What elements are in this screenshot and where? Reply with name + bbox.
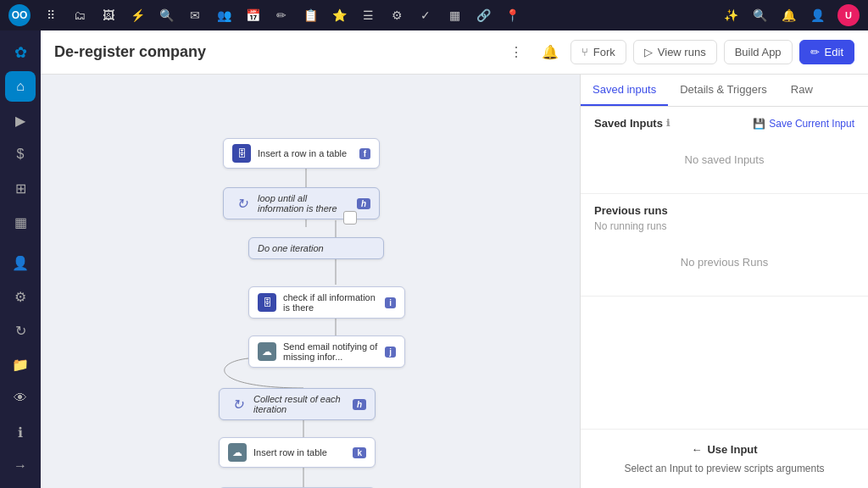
nav-pencil[interactable]: ✏ bbox=[273, 7, 290, 24]
nav-map[interactable]: 📍 bbox=[504, 7, 520, 24]
nav-lightning[interactable]: ⚡ bbox=[129, 7, 146, 24]
use-input-description: Select an Input to preview scripts argum… bbox=[594, 463, 854, 474]
node-j[interactable]: ☁ Send email notifying of missing infor.… bbox=[248, 336, 405, 368]
save-icon: 💾 bbox=[753, 118, 765, 130]
node-i-badge: i bbox=[385, 297, 396, 308]
node-k-label: Insert row in table bbox=[253, 447, 327, 458]
notification-btn[interactable]: 🔔 bbox=[537, 39, 564, 66]
saved-inputs-empty: No saved Inputs bbox=[594, 136, 854, 183]
node-i[interactable]: 🗄 check if all information is there i bbox=[248, 286, 405, 319]
node-f[interactable]: 🗄 Insert a row in a table f bbox=[223, 138, 380, 169]
node-iter[interactable]: Do one iteration bbox=[248, 237, 384, 259]
sidebar-item-arrow[interactable]: → bbox=[5, 451, 36, 481]
nav-image[interactable]: 🖼 bbox=[100, 7, 117, 24]
node-k-icon: ☁ bbox=[228, 443, 247, 462]
page-title: De-register company bbox=[54, 43, 492, 61]
node-h2-icon: ↻ bbox=[228, 395, 247, 413]
nav-star[interactable]: ⭐ bbox=[331, 7, 348, 24]
node-h2-badge: h bbox=[353, 399, 366, 410]
info-icon: ℹ bbox=[666, 118, 670, 129]
nav-list[interactable]: ☰ bbox=[359, 7, 376, 24]
nav-users[interactable]: 👥 bbox=[215, 7, 232, 24]
view-runs-button[interactable]: ▷ View runs bbox=[633, 40, 717, 64]
nav-check[interactable]: ✓ bbox=[417, 7, 434, 24]
previous-runs-section: Previous runs No running runs No previou… bbox=[581, 194, 868, 297]
nav-mail[interactable]: ✉ bbox=[186, 7, 203, 24]
nav-grid[interactable]: ⠿ bbox=[42, 7, 59, 24]
no-previous-runs: No previous Runs bbox=[594, 239, 854, 286]
nav-person[interactable]: 👤 bbox=[809, 7, 826, 24]
node-f-badge: f bbox=[359, 148, 370, 159]
use-input-header: ← Use Input bbox=[594, 443, 854, 456]
node-k-badge: k bbox=[353, 447, 366, 458]
right-panel: Saved inputs Details & Triggers Raw Save… bbox=[580, 75, 868, 488]
canvas-connectors bbox=[41, 75, 580, 488]
sidebar-item-calendar[interactable]: ▦ bbox=[5, 207, 36, 237]
tab-saved-inputs[interactable]: Saved inputs bbox=[581, 75, 668, 106]
nav-calendar[interactable]: 📅 bbox=[244, 7, 261, 24]
sidebar-item-play[interactable]: ▶ bbox=[5, 105, 36, 136]
use-input-arrow-icon: ← bbox=[691, 443, 702, 456]
node-h-icon: ↻ bbox=[232, 194, 251, 213]
node-k[interactable]: ☁ Insert row in table k bbox=[219, 437, 376, 468]
main-layout: ✿ ⌂ ▶ $ ⊞ ▦ 👤 ⚙ ↻ 📁 👁 ℹ → De-register co… bbox=[0, 30, 868, 488]
nav-sparkle[interactable]: ✨ bbox=[722, 7, 739, 24]
node-i-icon: 🗄 bbox=[258, 293, 276, 312]
runs-icon: ▷ bbox=[644, 46, 653, 58]
node-h2[interactable]: ↻ Collect result of each iteration h bbox=[219, 388, 376, 420]
sidebar-item-home[interactable]: ⌂ bbox=[5, 71, 36, 102]
sidebar-icon-top[interactable]: ✿ bbox=[5, 37, 36, 68]
saved-inputs-title: Saved Inputs ℹ bbox=[594, 117, 670, 130]
sidebar-item-eye[interactable]: 👁 bbox=[5, 383, 36, 413]
nav-bell[interactable]: 🔔 bbox=[780, 7, 797, 24]
previous-runs-title: Previous runs bbox=[594, 204, 854, 217]
user-avatar[interactable]: U bbox=[837, 4, 860, 26]
content-area: De-register company ⋮ 🔔 ⑂ Fork ▷ View ru… bbox=[41, 30, 868, 488]
nav-settings[interactable]: ⚙ bbox=[388, 7, 405, 24]
workflow-layout: 🗄 Insert a row in a table f ↻ loop until… bbox=[41, 75, 868, 488]
checkbox-node bbox=[343, 211, 357, 225]
save-current-input-btn[interactable]: 💾 Save Current Input bbox=[753, 118, 854, 130]
right-panel-tabs: Saved inputs Details & Triggers Raw bbox=[581, 75, 868, 107]
sidebar-item-settings[interactable]: ⚙ bbox=[5, 281, 36, 312]
tab-details-triggers[interactable]: Details & Triggers bbox=[668, 75, 779, 106]
sidebar-item-refresh[interactable]: ↻ bbox=[5, 315, 36, 346]
use-input-label[interactable]: Use Input bbox=[707, 443, 757, 456]
node-i-label: check if all information is there bbox=[283, 292, 378, 313]
header-bar: De-register company ⋮ 🔔 ⑂ Fork ▷ View ru… bbox=[41, 30, 868, 75]
saved-inputs-section: Saved Inputs ℹ 💾 Save Current Input No s… bbox=[581, 107, 868, 194]
left-sidebar: ✿ ⌂ ▶ $ ⊞ ▦ 👤 ⚙ ↻ 📁 👁 ℹ → bbox=[0, 30, 41, 488]
nav-layers[interactable]: 📋 bbox=[302, 7, 319, 24]
edit-icon: ✏ bbox=[810, 46, 820, 58]
header-actions: ⋮ 🔔 ⑂ Fork ▷ View runs Build App ✏ Edit bbox=[503, 39, 854, 66]
node-j-label: Send email notifying of missing infor... bbox=[283, 341, 378, 362]
menu-icon-btn[interactable]: ⋮ bbox=[503, 39, 530, 66]
sidebar-item-dollar[interactable]: $ bbox=[5, 139, 36, 169]
top-nav: OO ⠿ 🗂 🖼 ⚡ 🔍 ✉ 👥 📅 ✏ 📋 ⭐ ☰ ⚙ ✓ ▦ 🔗 📍 ✨ 🔍… bbox=[0, 0, 868, 30]
sidebar-item-files[interactable]: 📁 bbox=[5, 349, 36, 380]
sidebar-item-grid[interactable]: ⊞ bbox=[5, 173, 36, 203]
node-h-badge: h bbox=[357, 198, 370, 209]
fork-button[interactable]: ⑂ Fork bbox=[570, 40, 626, 64]
node-h-label: loop until all information is there bbox=[258, 193, 350, 214]
node-h2-label: Collect result of each iteration bbox=[253, 394, 346, 414]
nav-link[interactable]: 🔗 bbox=[475, 7, 492, 24]
nav-search[interactable]: 🔍 bbox=[158, 7, 175, 24]
edit-button[interactable]: ✏ Edit bbox=[799, 40, 854, 64]
tab-raw[interactable]: Raw bbox=[779, 75, 825, 106]
build-app-button[interactable]: Build App bbox=[724, 40, 793, 64]
nav-table[interactable]: ▦ bbox=[446, 7, 463, 24]
saved-inputs-header: Saved Inputs ℹ 💾 Save Current Input bbox=[594, 117, 854, 130]
canvas-area[interactable]: 🗄 Insert a row in a table f ↻ loop until… bbox=[41, 75, 580, 488]
node-j-badge: j bbox=[385, 347, 396, 358]
node-f-label: Insert a row in a table bbox=[258, 148, 347, 158]
node-f-icon: 🗄 bbox=[232, 144, 251, 163]
use-input-section: ← Use Input Select an Input to preview s… bbox=[581, 429, 868, 488]
nav-search2[interactable]: 🔍 bbox=[751, 7, 768, 24]
sidebar-item-profile[interactable]: 👤 bbox=[5, 247, 36, 278]
sidebar-item-info[interactable]: ℹ bbox=[5, 417, 36, 447]
no-running-runs: No running runs bbox=[594, 220, 854, 232]
nav-folder[interactable]: 🗂 bbox=[71, 7, 88, 24]
node-j-icon: ☁ bbox=[258, 342, 276, 361]
app-logo[interactable]: OO bbox=[8, 4, 31, 26]
